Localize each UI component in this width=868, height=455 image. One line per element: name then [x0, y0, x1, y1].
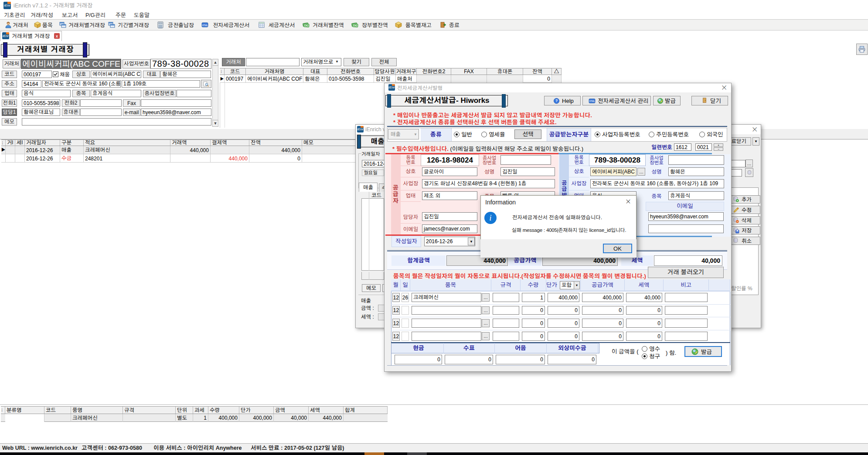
svg-text:HTML: HTML	[202, 24, 208, 27]
svg-text:HTML: HTML	[589, 100, 595, 102]
svg-text:?: ?	[555, 98, 558, 103]
